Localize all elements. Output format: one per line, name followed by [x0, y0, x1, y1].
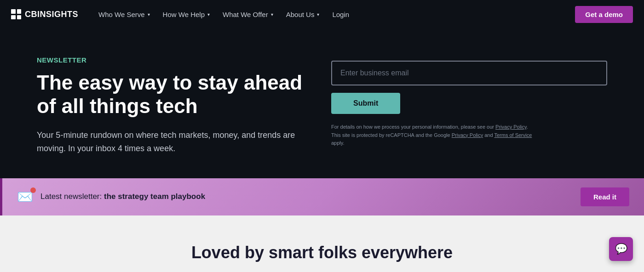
- chevron-down-icon-what-we-offer: ▾: [271, 12, 273, 17]
- bottom-title: Loved by smart folks everywhere: [18, 243, 626, 262]
- navbar: CBINSIGHTS Who We Serve ▾ How We Help ▾ …: [0, 0, 644, 28]
- get-demo-button[interactable]: Get a demo: [575, 6, 633, 23]
- nav-items: Who We Serve ▾ How We Help ▾ What We Off…: [93, 7, 568, 22]
- hero-right: Submit For details on how we process you…: [331, 56, 607, 147]
- tos-link[interactable]: Terms of Service: [494, 132, 532, 138]
- nav-login-button[interactable]: Login: [327, 7, 355, 22]
- nav-label-how-we-help: How We Help: [163, 11, 205, 18]
- google-privacy-link[interactable]: Privacy Policy: [452, 132, 483, 138]
- chevron-down-icon-how-we-help: ▾: [207, 12, 210, 17]
- chevron-down-icon-about-us: ▾: [317, 12, 319, 17]
- hero-left: Newsletter The easy way to stay ahead of…: [37, 56, 313, 155]
- nav-item-who-we-serve[interactable]: Who We Serve ▾: [93, 7, 155, 22]
- nav-item-how-we-help[interactable]: How We Help ▾: [157, 7, 215, 22]
- read-it-button[interactable]: Read it: [581, 187, 629, 206]
- chat-button[interactable]: 💬: [609, 237, 633, 261]
- email-input[interactable]: [331, 61, 607, 85]
- bottom-section: Loved by smart folks everywhere: [0, 215, 644, 272]
- submit-button[interactable]: Submit: [331, 93, 400, 114]
- chat-icon: 💬: [615, 243, 627, 255]
- envelope-icon: ✉️: [17, 189, 33, 204]
- banner-bold-text: the strategy team playbook: [104, 192, 205, 201]
- privacy-text: For details on how we process your perso…: [331, 123, 534, 147]
- chevron-down-icon-who-we-serve: ▾: [148, 12, 150, 17]
- newsletter-banner: ✉️ Latest newsletter: the strategy team …: [0, 178, 644, 215]
- banner-prefix: Latest newsletter:: [40, 192, 104, 201]
- hero-subtitle: Your 5-minute rundown on where tech mark…: [37, 129, 313, 155]
- nav-label-about-us: About Us: [286, 11, 315, 18]
- privacy-policy-link[interactable]: Privacy Policy: [495, 124, 527, 130]
- nav-label-what-we-offer: What We Offer: [223, 11, 268, 18]
- nav-item-what-we-offer[interactable]: What We Offer ▾: [217, 7, 279, 22]
- nav-label-who-we-serve: Who We Serve: [98, 11, 145, 18]
- nav-item-about-us[interactable]: About Us ▾: [281, 7, 325, 22]
- hero-section: Newsletter The easy way to stay ahead of…: [0, 28, 644, 178]
- banner-text: Latest newsletter: the strategy team pla…: [40, 192, 581, 201]
- logo[interactable]: CBINSIGHTS: [11, 9, 78, 19]
- hero-title: The easy way to stay ahead of all things…: [37, 71, 313, 118]
- newsletter-label: Newsletter: [37, 56, 313, 64]
- notification-badge: [30, 187, 36, 193]
- logo-icon: [11, 9, 21, 19]
- logo-text: CBINSIGHTS: [25, 10, 78, 19]
